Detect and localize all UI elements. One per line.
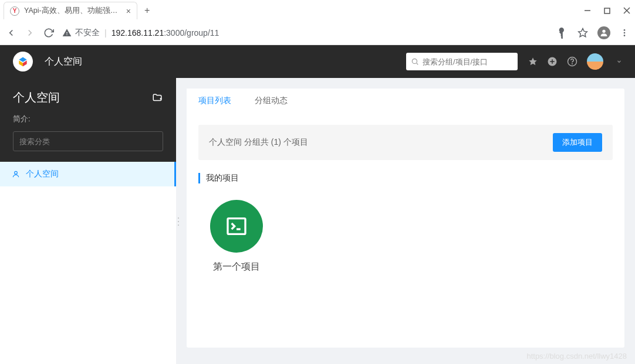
url-host: 192.168.11.21 [112, 28, 164, 38]
chevron-down-icon[interactable] [616, 59, 622, 64]
add-project-button[interactable]: 添加项目 [553, 133, 602, 152]
info-bar: 个人空间 分组共 (1) 个项目 添加项目 [198, 125, 613, 160]
warning-icon [62, 28, 72, 38]
url-bar[interactable]: 不安全 | 192.168.11.21:3000/group/11 [62, 28, 548, 38]
svg-point-17 [572, 63, 573, 64]
add-icon[interactable] [547, 56, 558, 67]
reload-button[interactable] [43, 28, 54, 38]
menu-icon[interactable] [620, 28, 629, 38]
sidebar-search-input[interactable] [13, 131, 163, 151]
app-logo[interactable] [13, 52, 33, 72]
sidebar: 个人空间 简介: 个人空间 [0, 78, 176, 364]
search-input[interactable] [406, 53, 518, 70]
tabs: 项目列表 分组动态 [187, 89, 624, 113]
favorite-icon[interactable] [528, 57, 538, 66]
project-name: 第一个项目 [213, 261, 260, 273]
insecure-label: 不安全 [75, 28, 100, 38]
user-avatar[interactable] [587, 53, 603, 70]
content: 个人空间 简介: 个人空间 项目列表 分组动态 个人空间 [0, 78, 635, 364]
url-path: :3000/group/11 [164, 28, 219, 38]
yapi-favicon: Y [10, 6, 19, 16]
info-text: 个人空间 分组共 (1) 个项目 [209, 137, 308, 148]
project-card[interactable]: 第一个项目 [210, 200, 263, 273]
sidebar-header: 个人空间 简介: [0, 78, 176, 162]
svg-point-8 [624, 35, 626, 36]
svg-point-7 [624, 32, 626, 34]
nav-right [556, 26, 629, 39]
svg-point-21 [178, 217, 179, 219]
new-tab-button[interactable]: + [144, 5, 150, 16]
terminal-icon [225, 215, 248, 238]
project-icon [210, 200, 263, 253]
key-icon[interactable] [556, 27, 568, 39]
user-icon [12, 170, 20, 178]
tab-bar: Y YApi-高效、易用、功能强大的可 × + [0, 0, 150, 21]
svg-point-5 [602, 30, 605, 33]
project-grid: 第一个项目 [198, 194, 613, 279]
sidebar-item-personal-space[interactable]: 个人空间 [0, 162, 176, 186]
svg-point-22 [178, 221, 179, 222]
forward-button[interactable] [25, 28, 35, 38]
section-title: 我的项目 [198, 173, 613, 183]
nav-bar: 不安全 | 192.168.11.21:3000/group/11 [0, 21, 635, 45]
insecure-badge: 不安全 [62, 28, 100, 38]
tab-group-activity[interactable]: 分组动态 [243, 89, 299, 113]
sidebar-title: 个人空间 [13, 90, 60, 106]
header-search [406, 53, 518, 70]
svg-point-6 [624, 29, 626, 31]
profile-icon[interactable] [597, 26, 610, 39]
tab-project-list[interactable]: 项目列表 [187, 89, 243, 113]
star-icon[interactable] [577, 28, 588, 38]
tab-content: 个人空间 分组共 (1) 个项目 添加项目 我的项目 第一个项目 [187, 113, 624, 348]
maximize-icon[interactable] [604, 8, 610, 14]
app-header: 个人空间 [0, 45, 635, 78]
svg-rect-24 [228, 219, 245, 234]
svg-point-23 [178, 224, 179, 226]
url-divider: | [104, 28, 107, 38]
header-icons [528, 53, 622, 70]
folder-add-icon[interactable] [151, 93, 163, 103]
close-icon[interactable]: × [126, 6, 131, 16]
main: 项目列表 分组动态 个人空间 分组共 (1) 个项目 添加项目 我的项目 第一个… [181, 78, 635, 364]
sidebar-intro-label: 简介: [13, 114, 163, 124]
tab-title: YApi-高效、易用、功能强大的可 [24, 6, 121, 16]
svg-rect-1 [604, 8, 610, 13]
app-title: 个人空间 [45, 56, 406, 68]
minimize-icon[interactable] [584, 7, 591, 14]
browser-chrome: Y YApi-高效、易用、功能强大的可 × + 不安全 | 192.168.11… [0, 0, 635, 45]
help-icon[interactable] [567, 56, 577, 67]
browser-tab[interactable]: Y YApi-高效、易用、功能强大的可 × [4, 2, 137, 19]
sidebar-search [13, 131, 163, 151]
svg-marker-4 [579, 29, 587, 37]
back-button[interactable] [6, 28, 16, 38]
svg-marker-12 [529, 57, 536, 65]
window-close-icon[interactable] [623, 7, 630, 14]
sidebar-item-label: 个人空间 [26, 169, 59, 179]
watermark: https://blog.csdn.net/llwy1428 [526, 352, 627, 360]
sidebar-list: 个人空间 [0, 162, 176, 364]
svg-point-20 [15, 171, 18, 174]
resize-handle[interactable] [176, 78, 181, 364]
